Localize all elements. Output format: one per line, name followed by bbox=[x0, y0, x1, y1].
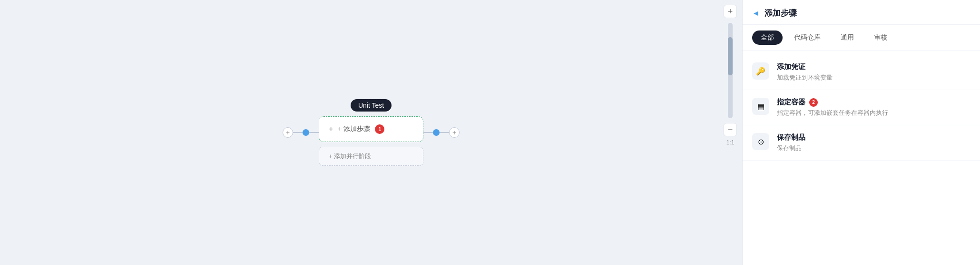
scrollbar-thumb[interactable] bbox=[728, 37, 733, 75]
zoom-in-button[interactable]: + bbox=[724, 5, 737, 18]
back-button[interactable]: ◄ bbox=[752, 9, 760, 18]
stage-label: Unit Test bbox=[351, 99, 392, 112]
zoom-ratio: 1:1 bbox=[726, 139, 735, 146]
list-item-container[interactable]: ▤指定容器2指定容器，可添加嵌套任务在容器内执行 bbox=[743, 90, 980, 125]
artifact-content: 保存制品保存制品 bbox=[777, 133, 970, 153]
container-badge: 2 bbox=[809, 98, 818, 107]
artifact-desc: 保存制品 bbox=[777, 144, 970, 153]
parallel-stage-label: + 添加并行阶段 bbox=[329, 152, 371, 161]
stage-wrapper: Unit Test + + 添加步骤 1 + 添加并行阶段 bbox=[319, 99, 423, 166]
add-step-plus-icon: + bbox=[329, 125, 333, 133]
parallel-stage-button[interactable]: + 添加并行阶段 bbox=[319, 147, 423, 166]
panel-tabs: 全部代码仓库通用审核 bbox=[743, 25, 980, 51]
tab-repo[interactable]: 代码仓库 bbox=[785, 31, 829, 45]
right-circle-dot bbox=[433, 129, 440, 136]
tab-review[interactable]: 审核 bbox=[865, 31, 896, 45]
container-title-row: 指定容器2 bbox=[777, 98, 970, 107]
container-icon: ▤ bbox=[752, 98, 769, 115]
connector-right2 bbox=[440, 132, 449, 133]
artifact-icon: ⊙ bbox=[752, 133, 769, 150]
credential-icon: 🔑 bbox=[752, 62, 769, 80]
panel-header: ◄ 添加步骤 bbox=[743, 0, 980, 25]
canvas-area: + Unit Test + + 添加步骤 1 + 添加并行阶段 + + − 1 bbox=[0, 0, 742, 265]
panel-title: 添加步骤 bbox=[764, 8, 797, 19]
tab-all[interactable]: 全部 bbox=[752, 31, 783, 45]
credential-title-row: 添加凭证 bbox=[777, 62, 970, 71]
add-step-text: + 添加步骤 bbox=[338, 125, 370, 133]
credential-title: 添加凭证 bbox=[777, 62, 805, 71]
tab-common[interactable]: 通用 bbox=[832, 31, 862, 45]
left-circle-dot bbox=[303, 129, 309, 136]
artifact-title: 保存制品 bbox=[777, 133, 805, 142]
container-content: 指定容器2指定容器，可添加嵌套任务在容器内执行 bbox=[777, 98, 970, 117]
right-plus-button[interactable]: + bbox=[449, 127, 460, 138]
right-panel: ◄ 添加步骤 全部代码仓库通用审核 🔑添加凭证加载凭证到环境变量▤指定容器2指定… bbox=[742, 0, 980, 265]
list-item-credential[interactable]: 🔑添加凭证加载凭证到环境变量 bbox=[743, 55, 980, 90]
container-title: 指定容器 bbox=[777, 98, 805, 107]
connector-left bbox=[293, 132, 303, 133]
connector-right1 bbox=[423, 132, 433, 133]
zoom-panel: + − 1:1 bbox=[718, 0, 742, 265]
connector-left2 bbox=[309, 132, 319, 133]
scrollbar-track bbox=[728, 23, 733, 118]
pipeline: + Unit Test + + 添加步骤 1 + 添加并行阶段 + bbox=[283, 99, 460, 166]
container-desc: 指定容器，可添加嵌套任务在容器内执行 bbox=[777, 109, 970, 117]
credential-desc: 加载凭证到环境变量 bbox=[777, 73, 970, 82]
artifact-title-row: 保存制品 bbox=[777, 133, 970, 142]
step-badge-1: 1 bbox=[375, 124, 384, 134]
credential-content: 添加凭证加载凭证到环境变量 bbox=[777, 62, 970, 82]
left-plus-button[interactable]: + bbox=[283, 127, 293, 138]
panel-list: 🔑添加凭证加载凭证到环境变量▤指定容器2指定容器，可添加嵌套任务在容器内执行⊙保… bbox=[743, 51, 980, 265]
add-step-box[interactable]: + + 添加步骤 1 bbox=[319, 116, 423, 142]
zoom-out-button[interactable]: − bbox=[724, 123, 737, 136]
list-item-artifact[interactable]: ⊙保存制品保存制品 bbox=[743, 125, 980, 161]
